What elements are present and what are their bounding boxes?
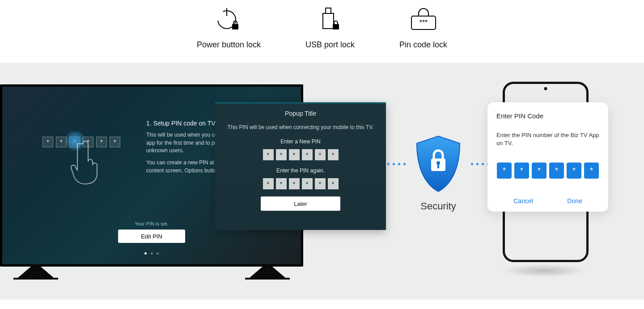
popup-pin-row-2: * * * * * * (223, 178, 378, 189)
popup-enter-again-label: Enter the PIN again. (223, 167, 378, 174)
pin-lock-icon: *** (399, 4, 447, 31)
done-label: Done (567, 197, 582, 205)
phone-pin-dialog: Enter PIN Code Enter the PIN number of t… (487, 102, 608, 212)
pin-digit: * (315, 149, 326, 160)
pin-digit: * (584, 163, 599, 179)
pin-digit: * (497, 163, 512, 179)
phone-pin-row: * * * * * * (496, 163, 599, 179)
svg-rect-3 (323, 13, 334, 29)
later-label: Later (294, 200, 307, 207)
phone-shadow (502, 264, 587, 277)
power-lock-icon (197, 4, 261, 31)
pin-digit: * (263, 149, 274, 160)
pin-digit: * (567, 163, 581, 179)
pin-digit: * (276, 178, 287, 189)
pin-digit: * (514, 163, 529, 179)
tv-popup-dialog: Popup Title This PIN will be used when c… (215, 102, 386, 230)
pin-digit: * (532, 163, 547, 179)
pin-digit: * (315, 178, 326, 189)
pin-digit: * (302, 178, 313, 189)
pin-digit: * (263, 178, 274, 189)
pin-digit: * (42, 137, 53, 147)
svg-rect-5 (333, 24, 339, 29)
dotted-connector (471, 163, 489, 165)
feature-label: Power button lock (197, 40, 261, 50)
dotted-connector (387, 163, 406, 165)
pin-digit: * (289, 178, 300, 189)
dot (157, 252, 159, 255)
svg-rect-4 (326, 8, 331, 13)
feature-icons-row: Power button lock USB port lock *** Pin … (0, 0, 644, 63)
phone-dialog-title: Enter PIN Code (496, 112, 599, 120)
phone-dialog-description: Enter the PIN number of the Biz TV App o… (496, 131, 599, 147)
popup-title: Popup Title (223, 110, 378, 117)
feature-usb: USB port lock (305, 4, 355, 50)
pagination-dots (2, 248, 301, 256)
pin-digit: * (302, 149, 313, 160)
svg-rect-10 (437, 164, 439, 168)
pin-digit: * (110, 137, 120, 147)
cancel-button[interactable]: Cancel (513, 197, 533, 205)
phone-dialog-actions: Cancel Done (496, 197, 599, 205)
shield-icon (411, 134, 465, 193)
later-button[interactable]: Later (261, 196, 340, 211)
pin-digit: * (328, 178, 339, 189)
popup-pin-row-1: * * * * * * (223, 149, 378, 160)
dot (151, 252, 153, 255)
dot-active (144, 252, 147, 255)
usb-lock-icon (305, 4, 355, 31)
tv-stand (11, 264, 60, 280)
tv-stand (243, 264, 292, 280)
feature-label: USB port lock (305, 40, 355, 50)
pin-digit: * (549, 163, 564, 179)
svg-rect-2 (232, 24, 238, 29)
svg-text:***: *** (419, 19, 428, 26)
feature-pin: *** Pin code lock (399, 4, 447, 50)
illustration-section: * * * * * * 1. Setup PIN code on TV This… (0, 63, 644, 300)
edit-pin-label: Edit PIN (141, 233, 162, 240)
cancel-label: Cancel (513, 197, 533, 205)
security-block: Security (389, 134, 487, 212)
pin-digit: * (328, 149, 339, 160)
pin-digit: * (276, 149, 287, 160)
popup-description: This PIN will be used when connecting yo… (223, 124, 378, 130)
phone-camera (544, 87, 547, 90)
pin-digit: * (289, 149, 300, 160)
security-label: Security (389, 200, 487, 212)
hand-icon (69, 140, 101, 187)
feature-label: Pin code lock (399, 40, 447, 50)
feature-power: Power button lock (197, 4, 261, 50)
edit-pin-button[interactable]: Edit PIN (118, 230, 185, 243)
done-button[interactable]: Done (567, 197, 582, 205)
popup-enter-new-label: Enter a New PIN (223, 138, 378, 145)
